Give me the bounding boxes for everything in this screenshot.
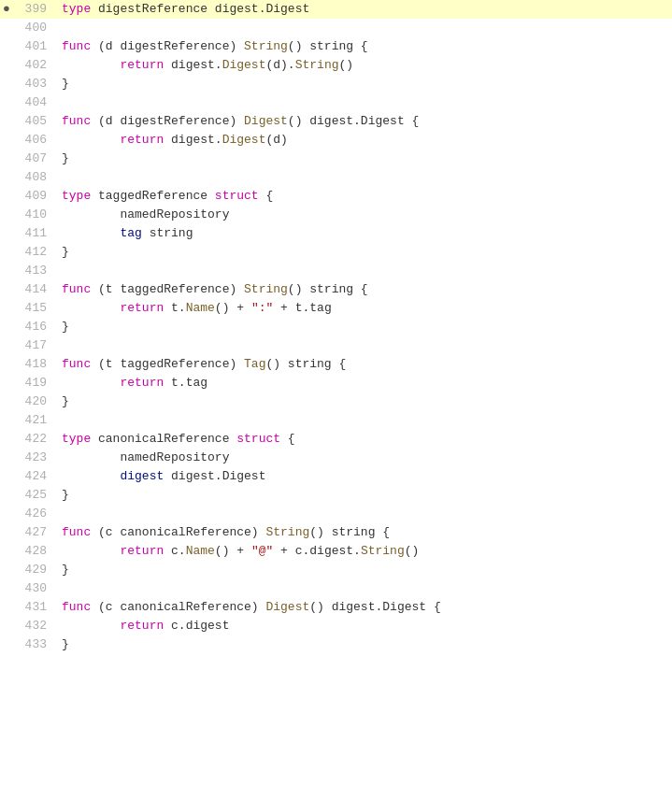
code-line: 415 return t.Name() + ":" + t.tag xyxy=(0,299,672,318)
line-content: } xyxy=(58,243,672,262)
line-number: 412 xyxy=(13,243,58,262)
line-number: 404 xyxy=(13,93,58,112)
line-content: return digest.Digest(d) xyxy=(58,131,672,150)
code-line: 428 return c.Name() + "@" + c.digest.Str… xyxy=(0,542,672,561)
code-line: 426 xyxy=(0,505,672,523)
line-number: 413 xyxy=(13,262,58,280)
line-content: func (d digestReference) Digest() digest… xyxy=(58,112,672,131)
code-line: 403} xyxy=(0,75,672,93)
line-content: return digest.Digest(d).String() xyxy=(58,56,672,75)
line-content: func (t taggedReference) Tag() string { xyxy=(58,355,672,374)
code-line: 408 xyxy=(0,168,672,187)
code-line: 417 xyxy=(0,336,672,355)
code-line: 430 xyxy=(0,579,672,598)
code-line: 422type canonicalReference struct { xyxy=(0,430,672,449)
code-line: 421 xyxy=(0,411,672,430)
line-number: 408 xyxy=(13,168,58,187)
code-line: 413 xyxy=(0,262,672,280)
line-number: 406 xyxy=(13,131,58,150)
code-line: 405func (d digestReference) Digest() dig… xyxy=(0,112,672,131)
code-line: 433} xyxy=(0,635,672,654)
line-number: 419 xyxy=(13,374,58,392)
line-content xyxy=(58,93,672,112)
line-number: 410 xyxy=(13,206,58,224)
line-content: } xyxy=(58,150,672,168)
line-content xyxy=(58,505,672,523)
line-number: 420 xyxy=(13,392,58,411)
line-number: 411 xyxy=(13,224,58,243)
line-content: } xyxy=(58,561,672,579)
code-line: 409type taggedReference struct { xyxy=(0,187,672,206)
line-content xyxy=(58,579,672,598)
line-number: 429 xyxy=(13,561,58,579)
code-line: 416} xyxy=(0,318,672,336)
line-number: 432 xyxy=(13,617,58,635)
line-content: func (c canonicalReference) Digest() dig… xyxy=(58,598,672,617)
line-content: return c.digest xyxy=(58,617,672,635)
line-number: 424 xyxy=(13,467,58,486)
line-content: func (t taggedReference) String() string… xyxy=(58,280,672,299)
line-content: func (d digestReference) String() string… xyxy=(58,37,672,56)
line-content xyxy=(58,262,672,280)
line-number: 402 xyxy=(13,56,58,75)
line-number: 421 xyxy=(13,411,58,430)
line-content: return t.Name() + ":" + t.tag xyxy=(58,299,672,318)
code-line: 410 namedRepository xyxy=(0,206,672,224)
line-content: type taggedReference struct { xyxy=(58,187,672,206)
code-line: 402 return digest.Digest(d).String() xyxy=(0,56,672,75)
code-line: 432 return c.digest xyxy=(0,617,672,635)
code-line: 414func (t taggedReference) String() str… xyxy=(0,280,672,299)
line-content: } xyxy=(58,486,672,505)
code-line: 401func (d digestReference) String() str… xyxy=(0,37,672,56)
code-line: 411 tag string xyxy=(0,224,672,243)
line-bullet: ● xyxy=(0,0,13,19)
line-number: 423 xyxy=(13,449,58,467)
line-content: type digestReference digest.Digest xyxy=(58,0,672,19)
line-number: 401 xyxy=(13,37,58,56)
code-line: 424 digest digest.Digest xyxy=(0,467,672,486)
line-number: 422 xyxy=(13,430,58,449)
code-line: 429} xyxy=(0,561,672,579)
line-content: namedRepository xyxy=(58,449,672,467)
code-line: 427func (c canonicalReference) String() … xyxy=(0,523,672,542)
line-number: 415 xyxy=(13,299,58,318)
code-line: 431func (c canonicalReference) Digest() … xyxy=(0,598,672,617)
line-number: 407 xyxy=(13,150,58,168)
line-number: 417 xyxy=(13,336,58,355)
line-content: return t.tag xyxy=(58,374,672,392)
line-number: 403 xyxy=(13,75,58,93)
line-number: 428 xyxy=(13,542,58,561)
line-content: } xyxy=(58,75,672,93)
line-number: 405 xyxy=(13,112,58,131)
line-content: func (c canonicalReference) String() str… xyxy=(58,523,672,542)
line-number: 425 xyxy=(13,486,58,505)
line-content xyxy=(58,411,672,430)
code-line: 425} xyxy=(0,486,672,505)
code-line: 407} xyxy=(0,150,672,168)
line-content: } xyxy=(58,635,672,654)
line-content: namedRepository xyxy=(58,206,672,224)
code-line: 423 namedRepository xyxy=(0,449,672,467)
code-line: 412} xyxy=(0,243,672,262)
code-line: 418func (t taggedReference) Tag() string… xyxy=(0,355,672,374)
line-number: 433 xyxy=(13,635,58,654)
line-number: 430 xyxy=(13,579,58,598)
line-number: 399 xyxy=(13,0,58,19)
line-content: } xyxy=(58,392,672,411)
code-editor: ●399type digestReference digest.Digest40… xyxy=(0,0,672,799)
code-line: 404 xyxy=(0,93,672,112)
line-number: 400 xyxy=(13,19,58,37)
line-number: 414 xyxy=(13,280,58,299)
line-content: digest digest.Digest xyxy=(58,467,672,486)
line-content: } xyxy=(58,318,672,336)
line-content xyxy=(58,19,672,37)
code-line: 406 return digest.Digest(d) xyxy=(0,131,672,150)
line-number: 431 xyxy=(13,598,58,617)
line-content xyxy=(58,168,672,187)
line-number: 418 xyxy=(13,355,58,374)
line-number: 426 xyxy=(13,505,58,523)
code-line: 400 xyxy=(0,19,672,37)
line-number: 409 xyxy=(13,187,58,206)
line-number: 427 xyxy=(13,523,58,542)
line-content xyxy=(58,336,672,355)
